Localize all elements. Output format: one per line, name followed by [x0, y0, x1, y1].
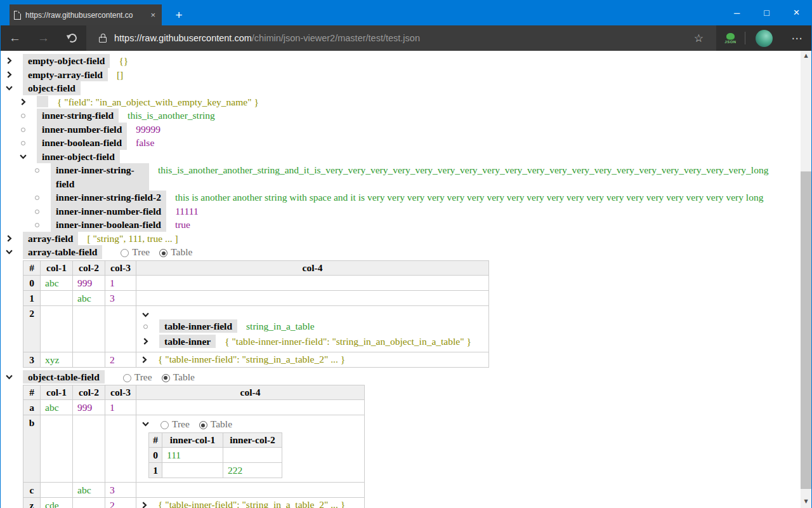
json-key: table-inner-field — [159, 319, 237, 333]
json-key: inner-inner-string-field-2 — [51, 190, 166, 204]
address-bar[interactable]: https://raw.githubusercontent.com/chimin… — [86, 25, 716, 51]
radio-unselected-icon — [123, 374, 131, 382]
radio-selected-icon — [159, 249, 167, 257]
table-row: 3 xyz 2 { "table-inner-field": "string_i… — [23, 352, 489, 367]
chevron-right-icon[interactable] — [6, 68, 23, 78]
url-text[interactable]: https://raw.githubusercontent.com/chimin… — [114, 33, 688, 43]
chevron-down-icon[interactable] — [20, 150, 37, 160]
table-row: 1 222 — [149, 462, 282, 478]
json-value-string: string_in_a_table — [246, 319, 315, 333]
chevron-right-icon[interactable] — [20, 95, 37, 105]
chevron-right-icon[interactable] — [141, 352, 158, 363]
table-row: b Tree Table # — [23, 415, 365, 483]
json-key: inner-object-field — [37, 150, 120, 164]
profile-avatar[interactable] — [756, 30, 773, 47]
view-radio-table[interactable]: Table — [159, 245, 192, 259]
chevron-down-icon[interactable] — [142, 417, 159, 427]
chevron-down-icon[interactable] — [6, 245, 23, 255]
tree-row: { "table-inner-field": "string_in_a_tabl… — [141, 498, 360, 508]
json-key: inner-inner-boolean-field — [51, 218, 166, 232]
table-header-row: # inner-col-1 inner-col-2 — [149, 432, 282, 447]
chevron-right-icon[interactable] — [142, 335, 159, 345]
chevron-right-icon[interactable] — [6, 54, 23, 64]
forward-button[interactable]: → — [29, 25, 58, 51]
new-tab-button[interactable]: + — [169, 4, 188, 25]
json-key: inner-number-field — [37, 123, 127, 137]
scroll-up-icon[interactable]: ▲ — [801, 51, 811, 60]
page-favicon-icon — [14, 11, 21, 20]
view-radio-tree[interactable]: Tree — [160, 417, 190, 431]
radio-selected-icon — [162, 374, 170, 382]
tree-row: { "field": "in_an_object_with_empty_key_… — [1, 95, 811, 109]
tab-close-icon[interactable]: × — [148, 10, 157, 20]
json-key: empty-object-field — [23, 54, 110, 68]
table-row: c abc 3 — [23, 482, 365, 497]
chevron-down-icon[interactable] — [6, 81, 23, 91]
json-key: table-inner — [159, 335, 216, 349]
url-host: https://raw.githubusercontent.com — [114, 33, 252, 43]
tree-row: inner-inner-boolean-field true — [1, 218, 811, 232]
object-table: # col-1 col-2 col-3 col-4 a abc 999 1 b — [23, 385, 365, 508]
json-key: inner-string-field — [37, 109, 119, 123]
view-radio-table[interactable]: Table — [199, 417, 232, 431]
leaf-icon — [35, 168, 39, 173]
view-radio-tree[interactable]: Tree — [123, 370, 152, 384]
json-key-empty — [37, 96, 48, 107]
browser-tab[interactable]: https://raw.githubusercontent.co × — [10, 4, 162, 25]
maximize-button[interactable]: □ — [752, 0, 782, 25]
chevron-down-icon[interactable] — [6, 370, 23, 380]
radio-unselected-icon — [160, 421, 169, 429]
json-key: object-field — [23, 81, 81, 95]
back-button[interactable]: ← — [1, 25, 29, 51]
vertical-scrollbar[interactable]: ▲ ▼ — [801, 51, 811, 508]
tree-row: array-table-field Tree Table — [1, 245, 811, 259]
leaf-icon — [35, 210, 39, 214]
chevron-right-icon[interactable] — [6, 232, 23, 242]
refresh-button[interactable] — [58, 25, 86, 51]
scrollbar-thumb[interactable] — [801, 171, 811, 489]
chevron-down-icon[interactable] — [142, 308, 159, 318]
tree-row: Tree Table — [142, 417, 360, 431]
minimize-button[interactable]: ─ — [722, 0, 752, 25]
browser-toolbar: ← → https://raw.githubusercontent.com/ch… — [1, 25, 811, 51]
tree-row: { "table-inner-field": "string_in_a_tabl… — [141, 352, 484, 366]
table-row: z cde 2 { "table-inner-field": "string_i… — [23, 497, 365, 508]
tree-row: inner-inner-string-field this_is_another… — [1, 163, 811, 190]
tree-row: table-inner-field string_in_a_table — [142, 319, 484, 333]
table-row: 0 abc 999 1 — [23, 275, 489, 290]
leaf-icon — [35, 223, 39, 227]
close-button[interactable]: × — [782, 0, 811, 25]
leaf-icon — [21, 114, 25, 118]
view-radio-table[interactable]: Table — [162, 370, 195, 384]
tree-row: empty-array-field [] — [1, 68, 811, 82]
scroll-down-icon[interactable]: ▼ — [801, 497, 811, 506]
settings-menu-button[interactable]: ⋯ — [783, 25, 811, 51]
table-header-row: # col-1 col-2 col-3 col-4 — [23, 260, 489, 275]
favorites-star-icon[interactable]: ☆ — [688, 32, 710, 45]
nested-tree: table-inner-field string_in_a_table tabl… — [141, 306, 484, 352]
toolbar-separator — [745, 32, 745, 44]
leaf-icon — [143, 324, 148, 329]
json-value-string: this_is_another_another_string_and_it_is… — [158, 163, 768, 177]
json-key: inner-inner-string-field — [51, 163, 149, 190]
json-preview: [] — [117, 68, 123, 82]
json-value-number: 11111 — [175, 204, 198, 218]
refresh-icon — [67, 33, 77, 43]
json-preview: [ "string", 111, true ... ] — [87, 232, 178, 246]
json-value-boolean: true — [175, 218, 190, 232]
table-row: 0 111 — [149, 447, 282, 462]
inner-table: # inner-col-1 inner-col-2 0 111 1 — [148, 432, 282, 478]
table-row: 2 table-inner-field string_in_a_table — [23, 305, 489, 352]
view-radio-tree[interactable]: Tree — [121, 245, 150, 259]
json-preview: {} — [119, 54, 128, 68]
json-viewer-extension-icon[interactable]: JSON — [716, 25, 745, 51]
table-row: a abc 999 1 — [23, 400, 365, 415]
table-header-row: # col-1 col-2 col-3 col-4 — [23, 385, 365, 400]
chevron-right-icon[interactable] — [141, 498, 158, 508]
radio-selected-icon — [199, 421, 207, 429]
json-key: array-field — [23, 232, 78, 246]
json-value-number: 99999 — [136, 123, 160, 137]
tab-title: https://raw.githubusercontent.co — [25, 11, 145, 20]
json-preview: { "field": "in_an_object_with_empty_key_… — [57, 95, 259, 109]
json-key: array-table-field — [23, 245, 102, 259]
